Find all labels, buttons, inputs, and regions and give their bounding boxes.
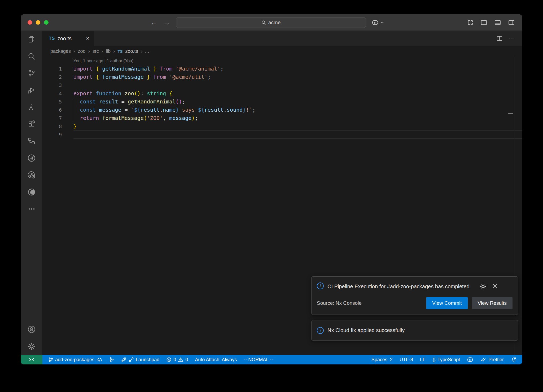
git-graph-status[interactable]: [109, 357, 114, 362]
command-center-search[interactable]: acme: [176, 17, 366, 28]
notification-message: CI Pipeline Execution for #add-zoo-packa…: [327, 282, 476, 291]
cursor-position-mark: [508, 113, 513, 114]
notification-toast: i Nx Cloud fix applied successfully: [311, 320, 518, 341]
vscode-window: ← → acme: [21, 14, 522, 364]
code-line-1[interactable]: 1import { getRandomAnimal } from '@acme/…: [42, 65, 522, 73]
prettier-status[interactable]: Prettier: [480, 357, 504, 363]
language-status[interactable]: {}TypeScript: [432, 357, 460, 363]
search-value: acme: [268, 20, 281, 25]
code-line-4[interactable]: 4export function zoo(): string {: [42, 89, 522, 98]
bell-icon: [511, 357, 516, 363]
settings-gear-icon[interactable]: [21, 338, 42, 355]
close-tab-icon[interactable]: ×: [86, 36, 89, 41]
activity-bar: [21, 31, 42, 355]
title-bar: ← → acme: [21, 14, 522, 31]
notifications-bell[interactable]: [511, 357, 516, 363]
info-icon: i: [317, 282, 324, 289]
git-graph-icon: [109, 357, 114, 362]
search-icon[interactable]: [21, 48, 42, 65]
git-branch-status[interactable]: add-zoo-packages: [48, 357, 102, 363]
window-controls: [28, 20, 67, 25]
project-structure-icon[interactable]: [21, 133, 42, 150]
split-editor-icon[interactable]: [496, 35, 503, 42]
rocket-icon: [121, 357, 127, 363]
info-icon: i: [317, 327, 324, 334]
panel-left-icon[interactable]: [480, 19, 487, 26]
gear-icon[interactable]: [480, 283, 487, 290]
code-line-6[interactable]: 6 const message = `${result.name} says $…: [42, 106, 522, 114]
notification-center: i CI Pipeline Execution for #add-zoo-pac…: [311, 276, 518, 341]
problems-status[interactable]: 0 0: [166, 357, 188, 363]
eol-status[interactable]: LF: [420, 357, 426, 363]
error-icon: [166, 357, 172, 362]
breadcrumb-item[interactable]: zoo: [78, 49, 85, 54]
notification-source: Source: Nx Console: [317, 300, 422, 306]
typescript-file-icon: TS: [49, 36, 55, 41]
breadcrumb-file[interactable]: zoo.ts: [125, 49, 138, 54]
indentation-status[interactable]: Spaces: 2: [371, 357, 393, 363]
typescript-file-icon: TS: [117, 49, 122, 54]
view-commit-button[interactable]: View Commit: [426, 297, 468, 309]
code-line-8[interactable]: 8}: [42, 122, 522, 130]
nx-console-icon[interactable]: [21, 150, 42, 167]
auto-attach-status[interactable]: Auto Attach: Always: [195, 357, 237, 363]
extensions-icon[interactable]: [21, 116, 42, 133]
search-icon: [261, 20, 266, 25]
customize-layout-icon[interactable]: [467, 19, 474, 26]
run-debug-icon[interactable]: [21, 82, 42, 99]
view-results-button[interactable]: View Results: [472, 297, 513, 309]
code-lines: 1import { getRandomAnimal } from '@acme/…: [42, 65, 522, 139]
tab-bar: TS zoo.ts × ···: [42, 31, 522, 46]
indent-guide: [74, 98, 74, 123]
launchpad-status[interactable]: Launchpad: [121, 357, 159, 363]
cloud-upload-icon: [96, 357, 102, 362]
minimize-window-button[interactable]: [36, 20, 40, 25]
close-window-button[interactable]: [28, 20, 32, 25]
double-check-icon: [480, 357, 487, 362]
encoding-status[interactable]: UTF-8: [400, 357, 413, 363]
panel-right-icon[interactable]: [508, 19, 515, 26]
remote-indicator-icon: [29, 357, 34, 362]
more-views-icon[interactable]: [21, 201, 42, 217]
accounts-icon[interactable]: [21, 321, 42, 338]
copilot-icon: [467, 357, 473, 362]
source-control-icon[interactable]: [21, 65, 42, 82]
status-bar: add-zoo-packages Launchpad 0 0 Auto Atta…: [21, 355, 522, 364]
code-line-9[interactable]: 9: [42, 130, 522, 139]
back-arrow[interactable]: ←: [151, 19, 157, 26]
code-line-2[interactable]: 2import { formatMessage } from '@acme/ut…: [42, 73, 522, 81]
code-line-7[interactable]: 7 return formatMessage('ZOO', message);: [42, 114, 522, 122]
vim-mode-status[interactable]: -- NORMAL --: [244, 357, 273, 363]
breadcrumb: packages› zoo› src› lib› TS zoo.ts› ...: [42, 46, 522, 56]
chevron-down-icon: [380, 21, 384, 24]
breadcrumb-item[interactable]: packages: [50, 49, 71, 54]
panel-bottom-icon[interactable]: [494, 19, 501, 26]
testing-icon[interactable]: [21, 99, 42, 116]
remote-indicator[interactable]: [21, 355, 42, 364]
breadcrumb-item[interactable]: src: [93, 49, 99, 54]
warning-icon: [178, 357, 183, 362]
tab-zoo-ts[interactable]: TS zoo.ts ×: [42, 31, 94, 46]
copilot-icon: [372, 20, 379, 25]
code-line-5[interactable]: 5 const result = getRandomAnimal();: [42, 98, 522, 106]
forward-arrow[interactable]: →: [163, 19, 170, 26]
tab-label: zoo.ts: [58, 36, 83, 42]
copilot-menu[interactable]: [372, 20, 384, 25]
close-icon[interactable]: [492, 283, 498, 289]
nx-cloud-icon[interactable]: [21, 167, 42, 184]
copilot-status[interactable]: [467, 357, 473, 362]
branch-icon: [48, 357, 53, 362]
explorer-icon[interactable]: [21, 31, 42, 48]
edge-tools-icon[interactable]: [21, 184, 42, 201]
git-blame-annotation: You, 1 hour ago | 1 author (You): [42, 57, 522, 65]
more-actions-icon[interactable]: ···: [509, 36, 515, 42]
zoom-window-button[interactable]: [44, 20, 49, 25]
breadcrumb-more[interactable]: ...: [145, 49, 149, 54]
breadcrumb-item[interactable]: lib: [106, 49, 111, 54]
notification-toast: i CI Pipeline Execution for #add-zoo-pac…: [311, 276, 518, 315]
plug-icon: [129, 357, 134, 362]
notification-message: Nx Cloud fix applied successfully: [327, 326, 476, 334]
code-line-3[interactable]: 3: [42, 81, 522, 89]
